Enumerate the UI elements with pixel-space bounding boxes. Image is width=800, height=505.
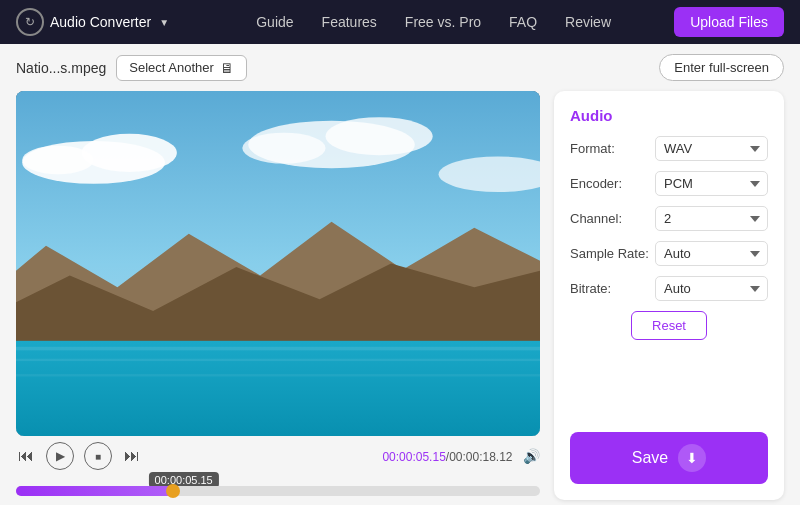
encoder-label: Encoder: [570,176,655,191]
volume-icon[interactable]: 🔊 [523,448,540,464]
video-container [16,91,540,436]
logo[interactable]: ↻ Audio Converter ▼ [16,8,169,36]
nav-faq[interactable]: FAQ [509,14,537,30]
progress-thumb[interactable] [166,484,180,498]
svg-rect-14 [16,374,540,376]
progress-track[interactable] [16,486,540,496]
controls-row: ⏮ ▶ ■ ⏭ 00:00:05.15/00:00:18.12 🔊 [16,442,540,470]
upload-files-button[interactable]: Upload Files [674,7,784,37]
svg-point-4 [22,146,93,175]
logo-chevron: ▼ [159,17,169,28]
bitrate-row: Bitrate: Auto [570,276,768,301]
top-nav: ↻ Audio Converter ▼ Guide Features Free … [0,0,800,44]
svg-point-7 [242,133,325,164]
save-label: Save [632,449,668,467]
save-button[interactable]: Save ⬇ [570,432,768,484]
main-content: ⏮ ▶ ■ ⏭ 00:00:05.15/00:00:18.12 🔊 00:00:… [0,91,800,505]
audio-title: Audio [570,107,768,124]
svg-rect-12 [16,347,540,351]
bitrate-select[interactable]: Auto [655,276,768,301]
format-select[interactable]: WAV [655,136,768,161]
svg-rect-13 [16,359,540,361]
channel-select[interactable]: 2 [655,206,768,231]
stop-button[interactable]: ■ [84,442,112,470]
time-total: /00:00:18.12 [446,450,513,464]
nav-guide[interactable]: Guide [256,14,293,30]
sample-rate-row: Sample Rate: Auto [570,241,768,266]
video-thumbnail [16,91,540,436]
channel-row: Channel: 2 [570,206,768,231]
logo-text: Audio Converter [50,14,151,30]
file-name: Natio...s.mpeg [16,60,106,76]
format-row: Format: WAV [570,136,768,161]
svg-rect-11 [16,341,540,436]
sub-header: Natio...s.mpeg Select Another 🖥 Enter fu… [0,44,800,91]
video-controls: ⏮ ▶ ■ ⏭ 00:00:05.15/00:00:18.12 🔊 00:00:… [16,436,540,500]
nav-features[interactable]: Features [322,14,377,30]
video-panel: ⏮ ▶ ■ ⏭ 00:00:05.15/00:00:18.12 🔊 00:00:… [16,91,540,500]
save-icon: ⬇ [678,444,706,472]
reset-button[interactable]: Reset [631,311,707,340]
format-label: Format: [570,141,655,156]
nav-review[interactable]: Review [565,14,611,30]
svg-point-3 [82,134,177,172]
select-another-button[interactable]: Select Another 🖥 [116,55,247,81]
time-current: 00:00:05.15 [382,450,445,464]
fullscreen-button[interactable]: Enter full-screen [659,54,784,81]
logo-icon: ↻ [16,8,44,36]
select-another-label: Select Another [129,60,214,75]
play-button[interactable]: ▶ [46,442,74,470]
sample-rate-label: Sample Rate: [570,246,655,261]
slider-area: 00:00:05.15 [16,474,540,496]
monitor-icon: 🖥 [220,60,234,76]
rewind-button[interactable]: ⏮ [16,445,36,467]
right-panel: Audio Format: WAV Encoder: PCM Channel: … [554,91,784,500]
time-display: 00:00:05.15/00:00:18.12 🔊 [382,447,540,465]
encoder-select[interactable]: PCM [655,171,768,196]
channel-label: Channel: [570,211,655,226]
progress-fill [16,486,178,496]
sub-header-left: Natio...s.mpeg Select Another 🖥 [16,55,247,81]
settings-form: Format: WAV Encoder: PCM Channel: 2 Samp… [570,136,768,422]
bitrate-label: Bitrate: [570,281,655,296]
nav-links: Guide Features Free vs. Pro FAQ Review [193,14,674,30]
control-buttons: ⏮ ▶ ■ ⏭ [16,442,142,470]
forward-button[interactable]: ⏭ [122,445,142,467]
encoder-row: Encoder: PCM [570,171,768,196]
svg-point-6 [326,117,433,155]
sample-rate-select[interactable]: Auto [655,241,768,266]
nav-free-vs-pro[interactable]: Free vs. Pro [405,14,481,30]
